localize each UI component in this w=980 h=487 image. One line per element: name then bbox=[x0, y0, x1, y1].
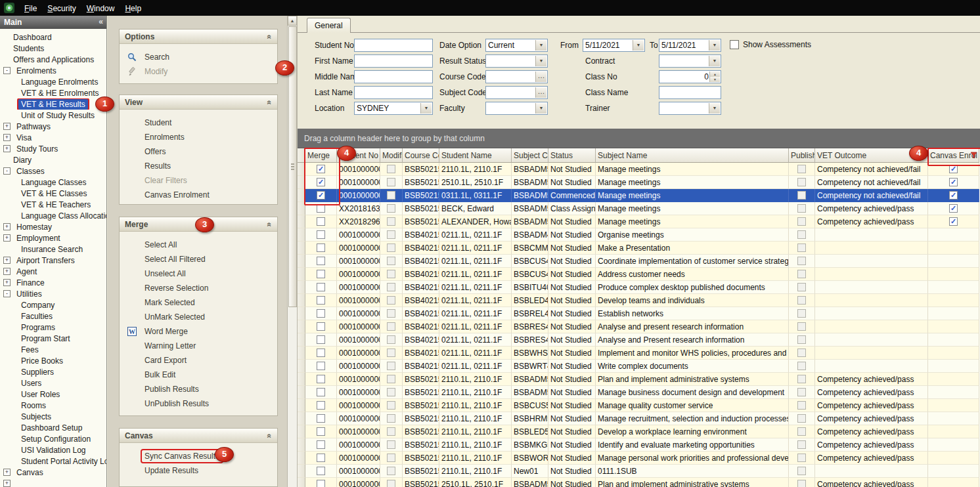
chevron-down-icon[interactable]: ▼ bbox=[420, 103, 432, 114]
modified-checkbox[interactable] bbox=[387, 283, 395, 291]
publish-checkbox[interactable] bbox=[797, 296, 806, 305]
sidebar-item-insurance-search[interactable]: Insurance Search bbox=[0, 243, 106, 255]
publish-checkbox[interactable] bbox=[797, 427, 806, 436]
merge-checkbox[interactable] bbox=[317, 480, 325, 487]
sidebar-item-canvas[interactable]: +Canvas bbox=[0, 467, 106, 478]
column-header-status[interactable]: Status bbox=[548, 148, 596, 163]
sidebar-item-company[interactable]: Company bbox=[0, 299, 106, 310]
merge-checkbox[interactable] bbox=[317, 427, 325, 436]
expand-icon[interactable]: + bbox=[3, 223, 11, 230]
table-row[interactable]: 0001000000BSB502152110.1L, 2110.1FBSBLED… bbox=[298, 425, 980, 438]
sidebar-item-user-roles[interactable]: User Roles bbox=[0, 389, 106, 400]
table-row[interactable]: 0001000000BSB502152110.1L, 2110.1FBSBMKG… bbox=[298, 438, 980, 452]
sidebar-item-dashboard[interactable]: Dashboard bbox=[0, 32, 106, 43]
modified-checkbox[interactable] bbox=[387, 427, 395, 436]
sidebar-item-diary[interactable]: Diary bbox=[0, 154, 106, 165]
collapse-panel-icon[interactable]: « bbox=[99, 17, 103, 26]
merge-checkbox[interactable] bbox=[317, 309, 325, 318]
panel-item-results[interactable]: Results bbox=[127, 159, 277, 173]
table-row[interactable]: 0001000000BSB402150211.1L, 0211.1FBSBRES… bbox=[298, 333, 980, 347]
modified-checkbox[interactable] bbox=[387, 217, 395, 226]
section-header-canvas[interactable]: Canvas« bbox=[120, 429, 277, 443]
table-row[interactable]: 0001000000BSB402150211.1L, 0211.1FBSBCUS… bbox=[298, 268, 980, 281]
sidebar-item-offers-and-applications[interactable]: Offers and Applications bbox=[0, 54, 106, 65]
faculty-select[interactable]: ▼ bbox=[485, 102, 548, 115]
panel-item-select-all[interactable]: Select All bbox=[127, 238, 277, 252]
table-row[interactable]: 0001000000BSB502152110.1L, 2110.1FNew01N… bbox=[298, 465, 980, 478]
modified-checkbox[interactable] bbox=[387, 230, 395, 239]
chevron-down-icon[interactable]: ▼ bbox=[535, 40, 546, 51]
panel-item-student[interactable]: Student bbox=[127, 116, 277, 130]
panel-item-select-all-filtered[interactable]: Select All Filtered bbox=[127, 252, 277, 266]
table-row[interactable]: 0001000000BSB402150211.1L, 0211.1FBSBRES… bbox=[298, 320, 980, 333]
merge-checkbox[interactable] bbox=[317, 454, 325, 462]
modified-checkbox[interactable] bbox=[387, 309, 395, 318]
course-code-lookup[interactable]: … bbox=[485, 70, 548, 83]
publish-checkbox[interactable] bbox=[797, 335, 806, 344]
panel-item-mark-selected[interactable]: Mark Selected bbox=[127, 295, 277, 310]
chevron-down-icon[interactable]: ▼ bbox=[709, 56, 720, 66]
publish-checkbox[interactable] bbox=[797, 165, 806, 173]
sidebar-item-pathways[interactable]: +Pathways bbox=[0, 121, 106, 132]
modified-checkbox[interactable] bbox=[387, 414, 395, 423]
sidebar-item-agent[interactable]: +Agent bbox=[0, 266, 106, 277]
menu-item-window[interactable]: Window bbox=[81, 1, 120, 15]
modified-checkbox[interactable] bbox=[387, 454, 395, 462]
class-no-spinner[interactable]: 0 ▲▼ bbox=[659, 70, 721, 83]
ellipsis-button[interactable]: … bbox=[535, 87, 546, 98]
location-select[interactable]: SYDNEY ▼ bbox=[354, 102, 433, 115]
show-assessments-checkbox[interactable]: Show Assessments bbox=[730, 40, 811, 49]
merge-checkbox[interactable] bbox=[317, 243, 325, 252]
publish-checkbox[interactable] bbox=[797, 243, 806, 252]
expand-icon[interactable]: + bbox=[3, 134, 11, 141]
sidebar-item-unit-of-study-results[interactable]: Unit of Study Results bbox=[0, 110, 106, 121]
table-row[interactable]: 0001000000BSB402150211.1L, 0211.1FBSBCUS… bbox=[298, 255, 980, 268]
sidebar-item-utilities[interactable]: -Utilities bbox=[0, 288, 106, 299]
publish-checkbox[interactable] bbox=[797, 217, 806, 226]
merge-checkbox[interactable] bbox=[317, 335, 325, 344]
panel-item-card-export[interactable]: Card Export bbox=[127, 353, 277, 368]
merge-checkbox[interactable]: ✓ bbox=[317, 178, 325, 186]
table-row[interactable]: XX2018296BSB50215ALEXANDER, HowardBSBADM… bbox=[298, 215, 980, 228]
sidebar-item-visa[interactable]: +Visa bbox=[0, 132, 106, 143]
merge-checkbox[interactable] bbox=[317, 217, 325, 226]
publish-checkbox[interactable] bbox=[797, 283, 806, 291]
group-by-bar[interactable]: Drag a column header here to group by th… bbox=[298, 129, 980, 148]
sidebar-item-enrolments[interactable]: -Enrolments bbox=[0, 65, 106, 76]
table-row[interactable]: 0001000000BSB402150211.1L, 0211.1FBSBREL… bbox=[298, 307, 980, 320]
sidebar-item-subjects[interactable]: Subjects bbox=[0, 411, 106, 422]
first-name-input[interactable] bbox=[354, 54, 433, 68]
publish-checkbox[interactable] bbox=[797, 204, 806, 213]
subject-code-lookup[interactable]: … bbox=[485, 86, 548, 99]
panel-item-canvas-enrolment[interactable]: Canvas Enrolment bbox=[127, 188, 277, 202]
publish-checkbox[interactable] bbox=[797, 375, 806, 383]
sidebar-item-dashboard-setup[interactable]: Dashboard Setup bbox=[0, 422, 106, 433]
merge-checkbox[interactable]: ✓ bbox=[317, 165, 325, 173]
column-header-publish[interactable]: Publish bbox=[789, 148, 815, 163]
scroll-up-icon[interactable]: ▲ bbox=[288, 16, 297, 26]
sidebar-item-homestay[interactable]: +Homestay bbox=[0, 221, 106, 232]
panel-item-bulk-edit[interactable]: Bulk Edit bbox=[127, 368, 277, 382]
collapse-icon[interactable]: - bbox=[3, 290, 11, 297]
sidebar-item-language-enrolments[interactable]: Language Enrolments bbox=[0, 76, 106, 87]
expand-icon[interactable]: + bbox=[3, 268, 11, 275]
sidebar-item-fees[interactable]: Fees bbox=[0, 344, 106, 355]
table-row[interactable]: ✓0001000000BSB502150311.1L, 0311.1FBSBAD… bbox=[298, 189, 980, 202]
table-row[interactable]: 0001000000BSB502152510.1L, 2510.1FBSBADM… bbox=[298, 478, 980, 487]
sidebar-item-finance[interactable]: +Finance bbox=[0, 277, 106, 288]
merge-checkbox[interactable] bbox=[317, 204, 325, 213]
modified-checkbox[interactable] bbox=[387, 243, 395, 252]
column-header-merge[interactable]: Merge bbox=[305, 148, 337, 163]
expand-icon[interactable]: + bbox=[3, 480, 11, 487]
publish-checkbox[interactable] bbox=[797, 178, 806, 186]
canvas-enrol-checkbox[interactable]: ✓ bbox=[949, 191, 958, 200]
modified-checkbox[interactable] bbox=[387, 388, 395, 396]
publish-checkbox[interactable] bbox=[797, 322, 806, 331]
publish-checkbox[interactable] bbox=[797, 362, 806, 370]
panel-item-reverse-selection[interactable]: Reverse Selection bbox=[127, 281, 277, 295]
modified-checkbox[interactable] bbox=[387, 296, 395, 305]
merge-checkbox[interactable] bbox=[317, 230, 325, 239]
modified-checkbox[interactable] bbox=[387, 322, 395, 331]
sidebar-item-airport-transfers[interactable]: +Airport Transfers bbox=[0, 255, 106, 266]
modified-checkbox[interactable] bbox=[387, 467, 395, 475]
